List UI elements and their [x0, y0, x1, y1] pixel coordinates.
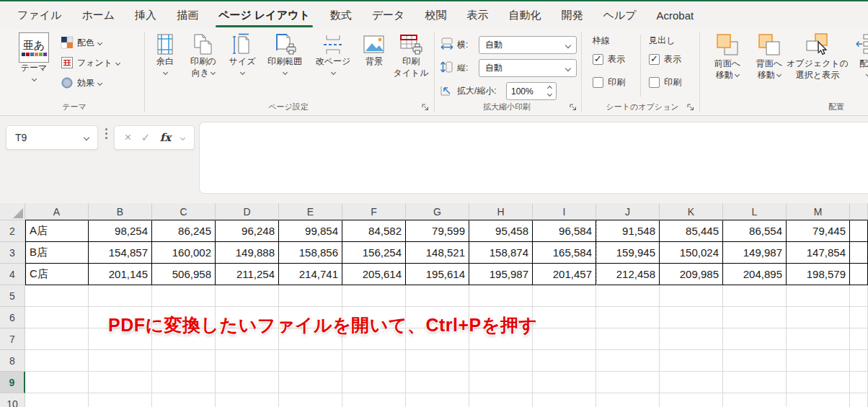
- cell-I4[interactable]: 201,457: [533, 264, 596, 285]
- row-header-7[interactable]: 7: [0, 328, 25, 350]
- cell-J6[interactable]: [596, 307, 660, 328]
- cell-L5[interactable]: [723, 285, 787, 307]
- cell-A5[interactable]: [25, 285, 89, 307]
- cell-I9[interactable]: [533, 372, 596, 393]
- cell-F9[interactable]: [342, 372, 406, 393]
- send-backward-button[interactable]: 背面へ 移動: [750, 32, 789, 81]
- cell-H4[interactable]: 195,987: [469, 264, 533, 285]
- theme-effects-button[interactable]: 効果: [61, 76, 102, 89]
- cell-K9[interactable]: [660, 372, 723, 393]
- row-header-9[interactable]: 9: [0, 372, 25, 393]
- cell-B9[interactable]: [89, 372, 152, 393]
- cell-B10[interactable]: [89, 393, 152, 407]
- cell-M6[interactable]: [787, 307, 850, 328]
- cell-partial-5[interactable]: [850, 285, 868, 307]
- name-box-resize-handle[interactable]: [105, 128, 107, 130]
- cell-A6[interactable]: [25, 307, 89, 328]
- cell-B5[interactable]: [89, 285, 152, 307]
- row-header-10[interactable]: 10: [0, 393, 25, 407]
- cell-partial-3[interactable]: [850, 242, 868, 264]
- cell-B8[interactable]: [89, 350, 152, 372]
- cell-M3[interactable]: 147,854: [787, 242, 850, 264]
- cell-H10[interactable]: [469, 393, 533, 407]
- scale-dialog-launcher[interactable]: [569, 103, 577, 112]
- bring-forward-button[interactable]: 前面へ 移動: [708, 32, 747, 81]
- cell-A7[interactable]: [25, 328, 89, 350]
- orientation-button[interactable]: 印刷の 向き: [183, 33, 223, 79]
- row-header-8[interactable]: 8: [0, 350, 25, 372]
- cell-C4[interactable]: 506,958: [152, 264, 216, 285]
- checkbox-icon[interactable]: [649, 54, 660, 65]
- cell-G8[interactable]: [406, 350, 469, 372]
- cell-F5[interactable]: [342, 285, 406, 307]
- theme-colors-button[interactable]: 配色: [61, 36, 102, 49]
- cell-K10[interactable]: [660, 393, 723, 407]
- cell-partial-6[interactable]: [850, 307, 868, 328]
- cell-K5[interactable]: [660, 285, 723, 307]
- cell-F4[interactable]: 205,614: [342, 264, 406, 285]
- column-header-H[interactable]: H: [469, 203, 533, 220]
- checkbox-icon[interactable]: [593, 77, 603, 88]
- cell-M7[interactable]: [787, 328, 850, 350]
- cell-M4[interactable]: 198,579: [787, 264, 850, 285]
- scale-height-dropdown[interactable]: 自動: [479, 59, 577, 77]
- column-header-L[interactable]: L: [723, 203, 787, 220]
- page-breaks-button[interactable]: 改ページ: [310, 33, 356, 74]
- cell-J3[interactable]: 159,945: [596, 242, 660, 264]
- cell-D4[interactable]: 211,254: [216, 264, 279, 285]
- cell-M8[interactable]: [787, 350, 850, 372]
- cell-D3[interactable]: 149,888: [216, 242, 279, 264]
- cell-M9[interactable]: [787, 372, 850, 393]
- menu-tab-12[interactable]: Acrobat: [647, 1, 704, 29]
- cell-J8[interactable]: [596, 350, 660, 372]
- row-header-4[interactable]: 4: [0, 264, 25, 285]
- cell-B2[interactable]: 98,254: [89, 220, 152, 242]
- cell-K8[interactable]: [660, 350, 723, 372]
- cell-E2[interactable]: 99,854: [279, 220, 342, 242]
- cell-C9[interactable]: [152, 372, 216, 393]
- cell-D5[interactable]: [216, 285, 279, 307]
- theme-fonts-button[interactable]: フォント: [61, 56, 120, 69]
- cell-G10[interactable]: [406, 393, 469, 407]
- menu-tab-1[interactable]: ホーム: [71, 1, 125, 29]
- cell-J7[interactable]: [596, 328, 660, 350]
- insert-function-button[interactable]: fx: [160, 131, 171, 144]
- menu-tab-10[interactable]: 開発: [551, 1, 593, 29]
- cell-D8[interactable]: [216, 350, 279, 372]
- cell-G3[interactable]: 148,521: [406, 242, 469, 264]
- cell-M5[interactable]: [787, 285, 850, 307]
- cell-H3[interactable]: 158,874: [469, 242, 533, 264]
- menu-tab-8[interactable]: 表示: [456, 1, 498, 29]
- cell-K3[interactable]: 150,024: [660, 242, 723, 264]
- gridlines-print-checkbox[interactable]: 印刷: [593, 76, 625, 89]
- cell-L7[interactable]: [723, 328, 787, 350]
- menu-tab-0[interactable]: ファイル: [7, 1, 71, 29]
- cell-I2[interactable]: 96,584: [533, 220, 596, 242]
- cell-F10[interactable]: [342, 393, 406, 407]
- cell-L9[interactable]: [723, 372, 787, 393]
- cell-L6[interactable]: [723, 307, 787, 328]
- cell-partial-8[interactable]: [850, 350, 868, 372]
- cell-F3[interactable]: 156,254: [342, 242, 406, 264]
- column-header-E[interactable]: E: [279, 203, 342, 220]
- background-button[interactable]: 背景: [358, 33, 391, 68]
- page-setup-dialog-launcher[interactable]: [421, 103, 430, 112]
- cell-A10[interactable]: [25, 393, 89, 407]
- cell-F8[interactable]: [342, 350, 406, 372]
- cell-D10[interactable]: [216, 393, 279, 407]
- cell-B4[interactable]: 201,145: [89, 264, 152, 285]
- cell-D9[interactable]: [216, 372, 279, 393]
- column-header-J[interactable]: J: [596, 203, 660, 220]
- cell-K7[interactable]: [660, 328, 723, 350]
- select-all-corner[interactable]: [0, 203, 25, 220]
- cell-J4[interactable]: 212,458: [596, 264, 660, 285]
- cell-D2[interactable]: 96,248: [216, 220, 279, 242]
- scale-percent-spinner[interactable]: 100%: [506, 82, 557, 100]
- column-header-D[interactable]: D: [216, 203, 279, 220]
- selection-pane-button[interactable]: オブジェクトの 選択と表示: [790, 32, 845, 81]
- spinner-up-icon[interactable]: [547, 86, 552, 91]
- cell-partial-2[interactable]: [850, 220, 868, 242]
- confirm-entry-icon[interactable]: ✓: [141, 131, 151, 144]
- cancel-entry-icon[interactable]: ×: [124, 130, 131, 145]
- cell-L10[interactable]: [723, 393, 787, 407]
